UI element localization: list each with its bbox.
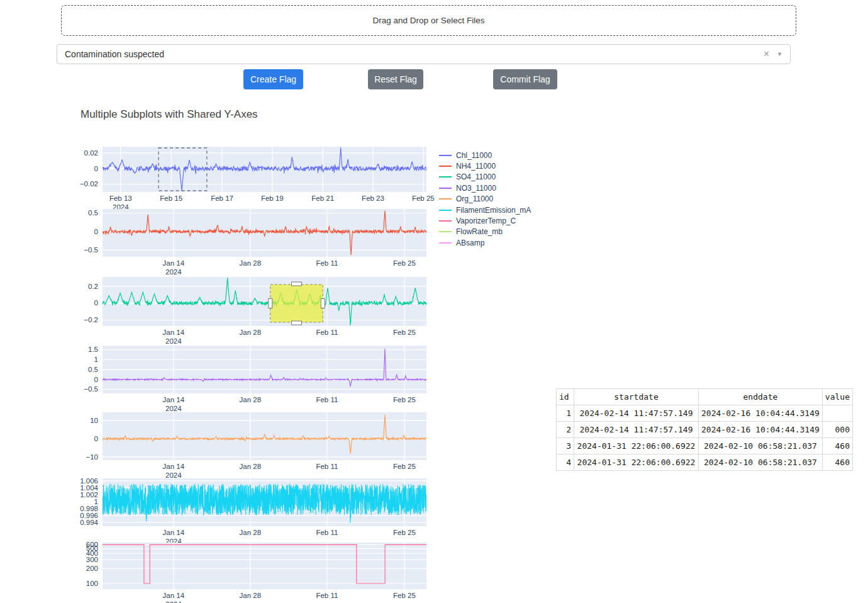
- legend-label: SO4_11000: [456, 172, 496, 181]
- x-tick-year-label: 2024: [165, 268, 182, 276]
- plot-area[interactable]: [103, 209, 426, 257]
- plot-area[interactable]: [103, 543, 426, 589]
- x-tick-label: Feb 11: [316, 396, 338, 403]
- x-tick-year-label: 2024: [165, 405, 182, 412]
- flags-table: idstartdateenddatevalue12024-02-14 11:47…: [556, 388, 853, 471]
- selection-handle-right[interactable]: [321, 299, 325, 308]
- legend-line-swatch: [439, 242, 452, 244]
- legend-label: ABsamp: [456, 239, 484, 247]
- table-header-startdate: startdate: [574, 389, 699, 405]
- legend-item-ABsamp[interactable]: ABsamp: [439, 237, 531, 248]
- x-tick-label: Feb 11: [316, 529, 338, 536]
- x-tick-label: Jan 14: [163, 463, 185, 470]
- y-tick-label: 300: [86, 556, 98, 563]
- x-tick-label: Feb 11: [316, 592, 338, 599]
- table-cell: 2024-02-10 06:58:21.037: [699, 454, 823, 471]
- x-tick-label: Feb 25: [393, 259, 416, 267]
- subplots-figure[interactable]: 0.020−0.02Feb 132024Feb 15Feb 17Feb 19Fe…: [0, 0, 868, 603]
- table-cell: 2: [557, 422, 574, 438]
- x-tick-label: Jan 28: [240, 529, 262, 536]
- table-cell: 460: [822, 454, 852, 471]
- legend-label: Org_11000: [456, 194, 493, 203]
- legend-line-swatch: [439, 155, 452, 156]
- legend-item-FlowRate_mb[interactable]: FlowRate_mb: [439, 227, 531, 237]
- legend-line-swatch: [439, 188, 452, 189]
- legend-item-Org_11000[interactable]: Org_11000: [439, 194, 531, 205]
- x-tick-label: Feb 25: [393, 396, 416, 403]
- table-row: 32024-01-31 22:06:00.69222024-02-10 06:5…: [557, 438, 853, 454]
- legend-line-swatch: [439, 220, 452, 222]
- x-tick-label: Jan 28: [240, 396, 262, 403]
- legend-line-swatch: [439, 231, 452, 232]
- table-header-value: value: [822, 389, 852, 405]
- table-cell: 2024-01-31 22:06:00.6922: [574, 454, 699, 471]
- y-tick-label: 0.994: [80, 519, 98, 526]
- table-cell: [822, 405, 852, 422]
- table-cell: 2024-02-10 06:58:21.037: [699, 438, 823, 454]
- table-row: 12024-02-14 11:47:57.1492024-02-16 10:04…: [557, 405, 853, 422]
- table-cell: 2024-02-16 10:04:44.3149: [699, 422, 823, 438]
- y-tick-label: 0: [94, 299, 98, 307]
- legend-item-VaporizerTemp_C[interactable]: VaporizerTemp_C: [439, 215, 531, 226]
- plot-area[interactable]: [103, 277, 426, 326]
- table-cell: 000: [822, 422, 852, 438]
- selection-fill-rect[interactable]: [270, 285, 323, 322]
- x-tick-label: Feb 17: [211, 194, 233, 202]
- table-cell: 2024-02-14 11:47:57.149: [574, 422, 699, 438]
- x-tick-label: Jan 28: [240, 259, 262, 267]
- table-cell: 2024-02-16 10:04:44.3149: [699, 405, 823, 422]
- selection-handle-top[interactable]: [291, 282, 301, 286]
- y-tick-label: 0: [94, 228, 98, 235]
- y-tick-label: 0.5: [88, 366, 98, 373]
- x-tick-label: Jan 14: [163, 259, 185, 267]
- x-tick-label: Feb 13: [109, 194, 132, 202]
- x-tick-label: Feb 11: [316, 329, 338, 336]
- chart-legend: Chl_11000NH4_11000SO4_11000NO3_11000Org_…: [439, 150, 531, 249]
- legend-label: FilamentEmission_mA: [456, 206, 531, 215]
- y-tick-label: 0: [94, 376, 98, 383]
- legend-item-Chl_11000[interactable]: Chl_11000: [439, 150, 531, 161]
- legend-label: FlowRate_mb: [456, 227, 503, 236]
- legend-line-swatch: [439, 176, 452, 178]
- x-tick-label: Jan 28: [240, 463, 262, 470]
- selection-handle-bottom[interactable]: [291, 321, 301, 325]
- table-header-enddate: enddate: [699, 389, 823, 405]
- legend-item-NO3_11000[interactable]: NO3_11000: [439, 183, 531, 193]
- y-tick-label: −10: [86, 453, 98, 461]
- legend-item-NH4_11000[interactable]: NH4_11000: [439, 161, 531, 171]
- table-header-id: id: [557, 389, 574, 405]
- plot-area[interactable]: [103, 147, 426, 192]
- x-tick-label: Jan 14: [163, 329, 185, 336]
- x-tick-label: Feb 23: [362, 194, 384, 202]
- table-cell: 2024-02-14 11:47:57.149: [574, 405, 699, 422]
- x-tick-year-label: 2024: [165, 600, 182, 603]
- y-tick-label: 1.5: [88, 346, 98, 353]
- x-tick-label: Feb 25: [393, 529, 416, 536]
- x-tick-year-label: 2024: [165, 471, 182, 479]
- y-tick-label: 0: [94, 435, 98, 442]
- x-tick-label: Jan 14: [163, 529, 185, 536]
- plot-area[interactable]: [103, 412, 426, 460]
- legend-item-FilamentEmission_mA[interactable]: FilamentEmission_mA: [439, 205, 531, 215]
- legend-item-SO4_11000[interactable]: SO4_11000: [439, 172, 531, 183]
- x-tick-label: Feb 25: [412, 194, 435, 202]
- table-cell: 1: [557, 405, 574, 422]
- x-tick-label: Feb 25: [393, 329, 416, 336]
- y-tick-label: 0.2: [88, 283, 98, 290]
- x-tick-label: Feb 21: [311, 194, 334, 202]
- x-tick-label: Jan 14: [163, 592, 185, 599]
- y-tick-label: 0.02: [84, 149, 98, 157]
- x-tick-label: Feb 19: [261, 194, 284, 202]
- y-tick-label: 10: [90, 417, 98, 424]
- selection-handle-left[interactable]: [269, 299, 272, 308]
- x-tick-label: Feb 11: [316, 463, 338, 470]
- legend-label: Chl_11000: [456, 151, 492, 160]
- table-cell: 4: [557, 454, 574, 471]
- table-cell: 460: [822, 438, 852, 454]
- y-tick-label: −0.5: [84, 246, 98, 254]
- legend-line-swatch: [439, 210, 452, 211]
- table-row: 42024-01-31 22:06:00.69222024-02-10 06:5…: [557, 454, 853, 471]
- table-row: 22024-02-14 11:47:57.1492024-02-16 10:04…: [557, 422, 853, 438]
- x-tick-label: Jan 28: [240, 329, 262, 336]
- legend-label: VaporizerTemp_C: [456, 217, 516, 225]
